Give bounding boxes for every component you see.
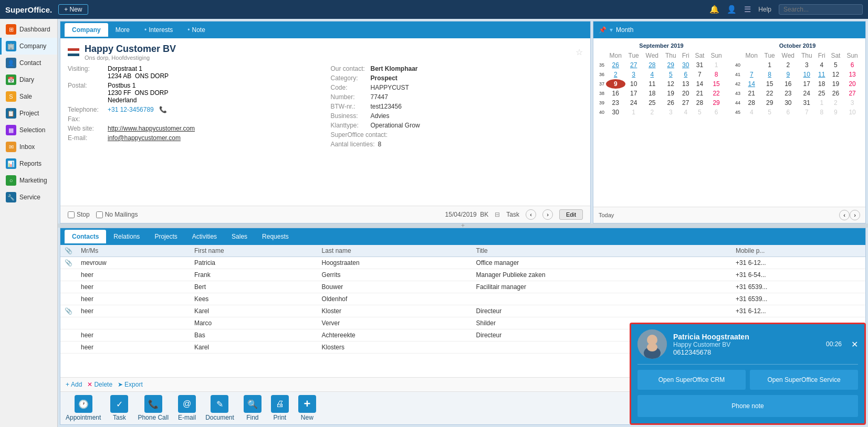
- cal-day[interactable]: 28: [692, 98, 707, 108]
- action-new[interactable]: + New: [298, 395, 316, 421]
- cal-day[interactable]: 19: [828, 79, 843, 89]
- action-phone-call[interactable]: 📞 Phone Call: [138, 395, 169, 421]
- cal-prev-button[interactable]: ‹: [839, 210, 850, 220]
- delete-contact-button[interactable]: ✕ Delete: [87, 381, 112, 388]
- add-contact-button[interactable]: + + Add Add: [66, 381, 82, 388]
- cal-day[interactable]: 21: [692, 89, 707, 98]
- sidebar-item-reports[interactable]: 📊 Reports: [0, 155, 57, 172]
- cal-day[interactable]: 17: [798, 79, 815, 89]
- notifications-icon[interactable]: 🔔: [709, 5, 719, 14]
- cal-day[interactable]: 17: [625, 89, 642, 98]
- tab-relations[interactable]: Relations: [106, 230, 147, 243]
- table-row[interactable]: heer Kees Oldenhof +31 6539...: [60, 293, 865, 305]
- cal-day[interactable]: 2: [642, 108, 662, 117]
- today-button[interactable]: Today: [599, 212, 614, 218]
- tab-requests[interactable]: Requests: [255, 230, 296, 243]
- cal-day[interactable]: 18: [642, 89, 662, 98]
- cal-day[interactable]: 8: [707, 70, 725, 79]
- phone-icon[interactable]: 📞: [159, 106, 167, 113]
- cal-day[interactable]: 31: [798, 98, 815, 108]
- menu-icon[interactable]: ☰: [744, 5, 751, 14]
- cal-day[interactable]: 20: [679, 89, 692, 98]
- cal-day[interactable]: 2: [778, 60, 798, 70]
- cal-day[interactable]: 11: [642, 79, 662, 89]
- stop-checkbox-label[interactable]: Stop: [68, 211, 90, 218]
- no-mailings-label[interactable]: No Mailings: [96, 211, 138, 218]
- cal-day[interactable]: 25: [642, 98, 662, 108]
- telephone-value[interactable]: +31 12-3456789: [108, 106, 154, 113]
- cal-day[interactable]: 6: [707, 108, 725, 117]
- table-row[interactable]: 📎 heer Karel Kloster Directeur +31 6-12.…: [60, 305, 865, 317]
- cal-day[interactable]: 27: [843, 89, 861, 98]
- cal-day[interactable]: 30: [606, 108, 625, 117]
- cal-day[interactable]: 24: [798, 89, 815, 98]
- cal-day[interactable]: 26: [828, 89, 843, 98]
- table-row[interactable]: heer Bert Bouwer Facilitair manager +31 …: [60, 281, 865, 293]
- action-task[interactable]: ✓ Task: [110, 395, 128, 421]
- global-search-input[interactable]: [779, 4, 863, 15]
- cal-day[interactable]: 6: [778, 108, 798, 117]
- cal-day[interactable]: 4: [742, 108, 761, 117]
- tab-company[interactable]: Company: [65, 23, 108, 37]
- cal-day[interactable]: 31: [692, 60, 707, 70]
- export-button[interactable]: ➤ Export: [118, 381, 143, 388]
- cal-day[interactable]: 7: [798, 108, 815, 117]
- cal-day[interactable]: 10: [625, 79, 642, 89]
- cal-day[interactable]: 28: [642, 60, 662, 70]
- action-appointment[interactable]: 🕐 Appointment: [66, 395, 101, 421]
- cal-day[interactable]: 4: [642, 70, 662, 79]
- cal-day[interactable]: 12: [828, 70, 843, 79]
- cal-day[interactable]: 13: [843, 70, 861, 79]
- col-title[interactable]: Title: [472, 245, 731, 257]
- cal-day[interactable]: 16: [778, 79, 798, 89]
- stop-checkbox[interactable]: [68, 211, 75, 218]
- cal-day[interactable]: 1: [815, 98, 828, 108]
- new-button[interactable]: + New: [58, 4, 88, 15]
- cal-day[interactable]: 3: [625, 70, 642, 79]
- cal-day[interactable]: 22: [707, 89, 725, 98]
- cal-day[interactable]: 3: [662, 108, 679, 117]
- cal-day[interactable]: 5: [761, 108, 778, 117]
- cal-day[interactable]: 12: [662, 79, 679, 89]
- no-mailings-checkbox[interactable]: [96, 211, 103, 218]
- cal-day[interactable]: 1: [625, 108, 642, 117]
- open-service-button[interactable]: Open SuperOffice Service: [750, 370, 858, 390]
- cal-day[interactable]: 25: [815, 89, 828, 98]
- sidebar-item-sale[interactable]: S Sale: [0, 88, 57, 105]
- col-first[interactable]: First name: [190, 245, 318, 257]
- cal-day[interactable]: 29: [761, 98, 778, 108]
- cal-day[interactable]: 11: [815, 70, 828, 79]
- action-find[interactable]: 🔍 Find: [244, 395, 262, 421]
- cal-day[interactable]: 23: [778, 89, 798, 98]
- sidebar-item-company[interactable]: 🏢 Company: [0, 38, 57, 55]
- tab-sales[interactable]: Sales: [224, 230, 255, 243]
- cal-day[interactable]: 6: [843, 60, 861, 70]
- cal-day[interactable]: 10: [843, 108, 861, 117]
- tab-activities[interactable]: Activities: [185, 230, 224, 243]
- col-salut[interactable]: Mr/Ms: [77, 245, 190, 257]
- cal-day[interactable]: 2: [828, 98, 843, 108]
- tab-contacts[interactable]: Contacts: [65, 230, 106, 243]
- tab-note[interactable]: •Note: [180, 23, 213, 37]
- sidebar-item-service[interactable]: 🔧 Service: [0, 189, 57, 206]
- cal-day[interactable]: 13: [679, 79, 692, 89]
- cal-day[interactable]: 21: [742, 89, 761, 98]
- cal-day[interactable]: 29: [662, 60, 679, 70]
- cal-day[interactable]: 3: [843, 98, 861, 108]
- cal-day[interactable]: 9: [778, 70, 798, 79]
- cal-day[interactable]: 20: [843, 79, 861, 89]
- cal-day[interactable]: 27: [679, 98, 692, 108]
- cal-day[interactable]: 7: [692, 70, 707, 79]
- phone-note-button[interactable]: Phone note: [637, 395, 858, 417]
- website-link[interactable]: http://www.happycustomer.com: [108, 125, 195, 132]
- cal-day[interactable]: 26: [662, 98, 679, 108]
- cal-day[interactable]: 4: [679, 108, 692, 117]
- sidebar-item-project[interactable]: 📋 Project: [0, 105, 57, 122]
- col-last[interactable]: Last name: [318, 245, 472, 257]
- cal-day[interactable]: 26: [606, 60, 625, 70]
- action-email[interactable]: @ E-mail: [178, 395, 196, 421]
- action-print[interactable]: 🖨 Print: [271, 395, 289, 421]
- cal-day[interactable]: 30: [679, 60, 692, 70]
- cal-day[interactable]: 23: [606, 98, 625, 108]
- next-button[interactable]: ›: [542, 209, 553, 220]
